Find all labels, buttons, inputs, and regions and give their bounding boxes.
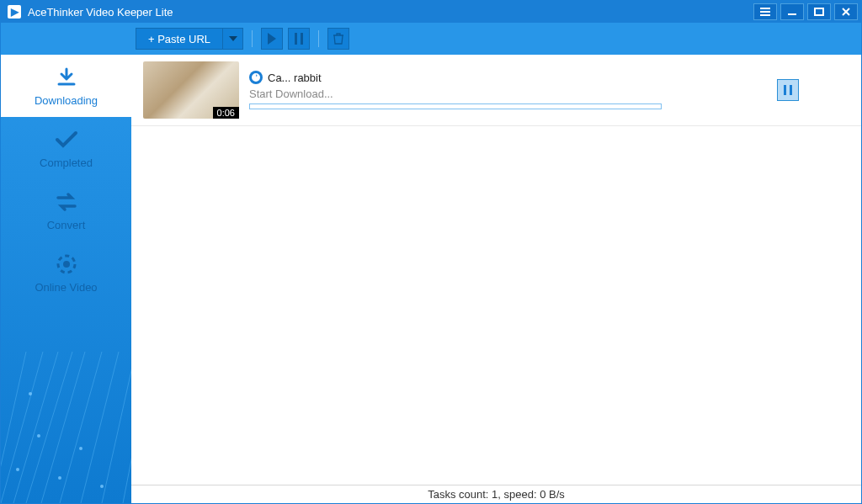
sidebar-item-convert[interactable]: Convert (1, 179, 131, 241)
task-row[interactable]: 0:06 Ca... rabbit Start Download... (131, 55, 861, 126)
check-icon (55, 128, 78, 151)
download-icon (55, 66, 78, 89)
source-badge-icon (249, 71, 263, 84)
sidebar-item-completed[interactable]: Completed (1, 117, 131, 179)
sidebar-item-label: Completed (40, 157, 93, 169)
svg-point-8 (79, 447, 82, 450)
sidebar-decoration (1, 352, 131, 503)
svg-point-10 (29, 392, 32, 395)
toolbar-separator (318, 30, 319, 47)
video-duration: 0:06 (213, 107, 239, 119)
minimize-icon (786, 7, 798, 17)
task-pause-button[interactable] (777, 79, 799, 101)
toolbar-separator (252, 30, 253, 47)
sidebar-item-downloading[interactable]: Downloading (1, 55, 131, 117)
task-thumbnail: 0:06 (143, 61, 239, 119)
sidebar-item-online-video[interactable]: Online Video (1, 241, 131, 304)
hamburger-icon (759, 7, 771, 17)
app-logo-icon: ▶ (8, 5, 21, 19)
close-icon (840, 7, 852, 17)
globe-icon (55, 252, 78, 276)
sidebar-item-label: Online Video (35, 281, 97, 294)
task-title: Ca... rabbit (268, 72, 322, 84)
maximize-icon (813, 7, 825, 17)
svg-rect-12 (790, 85, 792, 95)
task-status: Start Download... (249, 88, 767, 100)
status-text: Tasks count: 1, speed: 0 B/s (428, 488, 565, 501)
task-progress-bar (249, 103, 662, 109)
toolbar: + Paste URL (1, 23, 861, 55)
task-list: 0:06 Ca... rabbit Start Download... (131, 55, 861, 485)
status-bar: Tasks count: 1, speed: 0 B/s (131, 485, 861, 503)
svg-rect-2 (301, 33, 303, 45)
svg-rect-0 (815, 8, 823, 15)
start-all-button[interactable] (261, 28, 283, 50)
minimize-button[interactable] (780, 3, 804, 20)
paste-url-dropdown[interactable] (222, 29, 242, 49)
play-icon (267, 33, 277, 45)
app-title: AceThinker Video Keeper Lite (28, 6, 753, 19)
convert-icon (55, 190, 78, 214)
pause-icon (295, 33, 303, 45)
svg-point-9 (100, 485, 104, 488)
trash-icon (333, 33, 344, 45)
sidebar-item-label: Downloading (35, 94, 98, 107)
svg-point-5 (16, 468, 19, 471)
close-button[interactable] (834, 3, 858, 20)
pause-all-button[interactable] (288, 28, 310, 50)
svg-rect-11 (784, 85, 786, 95)
svg-point-4 (63, 261, 70, 268)
sidebar: Downloading Completed Convert Online Vid… (1, 55, 131, 503)
delete-button[interactable] (327, 28, 349, 50)
svg-rect-1 (295, 33, 297, 45)
maximize-button[interactable] (807, 3, 831, 20)
svg-point-6 (37, 434, 40, 438)
sidebar-item-label: Convert (47, 219, 86, 231)
svg-point-7 (58, 476, 61, 480)
title-bar: ▶ AceThinker Video Keeper Lite (1, 1, 861, 23)
chevron-down-icon (229, 36, 237, 41)
menu-button[interactable] (753, 3, 777, 20)
pause-icon (784, 85, 792, 95)
main-panel: 0:06 Ca... rabbit Start Download... (131, 55, 861, 503)
paste-url-button[interactable]: + Paste URL (136, 29, 222, 49)
